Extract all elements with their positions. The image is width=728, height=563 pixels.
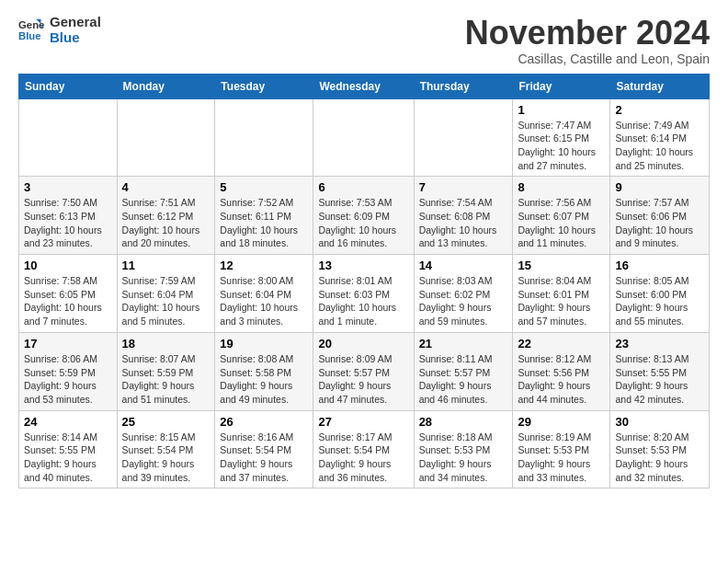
- day-number: 6: [318, 180, 408, 194]
- header-day-tuesday: Tuesday: [215, 74, 313, 98]
- logo-line1: General: [50, 15, 101, 30]
- calendar-cell: 10Sunrise: 7:58 AM Sunset: 6:05 PM Dayli…: [19, 255, 118, 333]
- calendar-cell: 4Sunrise: 7:51 AM Sunset: 6:12 PM Daylig…: [117, 177, 215, 255]
- calendar-cell: 18Sunrise: 8:07 AM Sunset: 5:59 PM Dayli…: [117, 332, 215, 410]
- calendar-cell: 6Sunrise: 7:53 AM Sunset: 6:09 PM Daylig…: [313, 177, 414, 255]
- calendar-cell: 27Sunrise: 8:17 AM Sunset: 5:54 PM Dayli…: [313, 410, 414, 488]
- page-container: General Blue General Blue November 2024 …: [0, 0, 728, 507]
- day-info: Sunrise: 8:11 AM Sunset: 5:57 PM Dayligh…: [419, 352, 508, 407]
- day-number: 10: [24, 259, 112, 272]
- day-info: Sunrise: 7:56 AM Sunset: 6:07 PM Dayligh…: [518, 196, 605, 250]
- month-title: November 2024: [465, 15, 710, 52]
- day-info: Sunrise: 8:17 AM Sunset: 5:54 PM Dayligh…: [318, 431, 408, 485]
- calendar-cell: 14Sunrise: 8:03 AM Sunset: 6:02 PM Dayli…: [414, 255, 513, 333]
- day-number: 25: [122, 415, 210, 429]
- calendar-cell: 30Sunrise: 8:20 AM Sunset: 5:53 PM Dayli…: [610, 410, 710, 488]
- calendar-cell: 9Sunrise: 7:57 AM Sunset: 6:06 PM Daylig…: [610, 177, 710, 255]
- day-info: Sunrise: 8:19 AM Sunset: 5:53 PM Dayligh…: [518, 431, 605, 485]
- day-info: Sunrise: 8:01 AM Sunset: 6:03 PM Dayligh…: [318, 274, 408, 328]
- calendar-cell: 11Sunrise: 7:59 AM Sunset: 6:04 PM Dayli…: [117, 255, 215, 333]
- calendar-cell: 29Sunrise: 8:19 AM Sunset: 5:53 PM Dayli…: [513, 410, 610, 488]
- day-number: 14: [419, 259, 508, 272]
- day-info: Sunrise: 7:50 AM Sunset: 6:13 PM Dayligh…: [24, 196, 112, 250]
- calendar-cell: 12Sunrise: 8:00 AM Sunset: 6:04 PM Dayli…: [215, 255, 313, 333]
- calendar-cell: 17Sunrise: 8:06 AM Sunset: 5:59 PM Dayli…: [19, 332, 118, 410]
- calendar-cell: 23Sunrise: 8:13 AM Sunset: 5:55 PM Dayli…: [610, 332, 710, 410]
- day-info: Sunrise: 7:52 AM Sunset: 6:11 PM Dayligh…: [220, 196, 308, 250]
- calendar-cell: [215, 98, 313, 177]
- day-info: Sunrise: 8:08 AM Sunset: 5:58 PM Dayligh…: [220, 352, 308, 407]
- day-number: 7: [419, 180, 508, 194]
- logo-icon: General Blue: [18, 17, 44, 43]
- title-block: November 2024 Casillas, Castille and Leo…: [465, 15, 710, 66]
- calendar-cell: [19, 98, 118, 177]
- calendar-body: 1Sunrise: 7:47 AM Sunset: 6:15 PM Daylig…: [19, 98, 710, 488]
- logo-line2: Blue: [50, 30, 101, 46]
- day-info: Sunrise: 7:47 AM Sunset: 6:15 PM Dayligh…: [518, 119, 605, 173]
- day-info: Sunrise: 8:03 AM Sunset: 6:02 PM Dayligh…: [419, 274, 508, 328]
- day-info: Sunrise: 8:06 AM Sunset: 5:59 PM Dayligh…: [24, 352, 112, 407]
- day-number: 4: [122, 180, 210, 194]
- header-day-friday: Friday: [513, 74, 610, 98]
- day-info: Sunrise: 8:12 AM Sunset: 5:56 PM Dayligh…: [518, 352, 605, 407]
- day-number: 12: [220, 259, 308, 272]
- calendar-cell: 28Sunrise: 8:18 AM Sunset: 5:53 PM Dayli…: [414, 410, 513, 488]
- day-number: 17: [24, 337, 112, 350]
- location-subtitle: Casillas, Castille and Leon, Spain: [465, 52, 710, 66]
- day-info: Sunrise: 8:00 AM Sunset: 6:04 PM Dayligh…: [220, 274, 308, 328]
- day-info: Sunrise: 7:59 AM Sunset: 6:04 PM Dayligh…: [122, 274, 210, 328]
- day-info: Sunrise: 8:14 AM Sunset: 5:55 PM Dayligh…: [24, 431, 112, 485]
- calendar-cell: 19Sunrise: 8:08 AM Sunset: 5:58 PM Dayli…: [215, 332, 313, 410]
- day-number: 19: [220, 337, 308, 350]
- day-info: Sunrise: 7:57 AM Sunset: 6:06 PM Dayligh…: [615, 196, 704, 250]
- day-number: 15: [518, 259, 605, 272]
- calendar-cell: 3Sunrise: 7:50 AM Sunset: 6:13 PM Daylig…: [19, 177, 118, 255]
- day-info: Sunrise: 8:20 AM Sunset: 5:53 PM Dayligh…: [615, 431, 704, 485]
- week-row-4: 24Sunrise: 8:14 AM Sunset: 5:55 PM Dayli…: [19, 410, 710, 488]
- calendar-cell: [313, 98, 414, 177]
- svg-text:Blue: Blue: [18, 29, 41, 40]
- day-info: Sunrise: 7:58 AM Sunset: 6:05 PM Dayligh…: [24, 274, 112, 328]
- header-day-sunday: Sunday: [19, 74, 118, 98]
- day-number: 11: [122, 259, 210, 272]
- calendar-cell: 8Sunrise: 7:56 AM Sunset: 6:07 PM Daylig…: [513, 177, 610, 255]
- calendar-cell: 24Sunrise: 8:14 AM Sunset: 5:55 PM Dayli…: [19, 410, 118, 488]
- week-row-3: 17Sunrise: 8:06 AM Sunset: 5:59 PM Dayli…: [19, 332, 710, 410]
- week-row-1: 3Sunrise: 7:50 AM Sunset: 6:13 PM Daylig…: [19, 177, 710, 255]
- day-number: 2: [615, 103, 704, 117]
- day-number: 24: [24, 415, 112, 429]
- week-row-0: 1Sunrise: 7:47 AM Sunset: 6:15 PM Daylig…: [19, 98, 710, 177]
- header-day-wednesday: Wednesday: [313, 74, 414, 98]
- day-number: 9: [615, 180, 704, 194]
- day-number: 27: [318, 415, 408, 429]
- day-info: Sunrise: 8:15 AM Sunset: 5:54 PM Dayligh…: [122, 431, 210, 485]
- day-number: 30: [615, 415, 704, 429]
- calendar-cell: 15Sunrise: 8:04 AM Sunset: 6:01 PM Dayli…: [513, 255, 610, 333]
- calendar-cell: 2Sunrise: 7:49 AM Sunset: 6:14 PM Daylig…: [610, 98, 710, 177]
- day-info: Sunrise: 8:09 AM Sunset: 5:57 PM Dayligh…: [318, 352, 408, 407]
- day-number: 28: [419, 415, 508, 429]
- day-info: Sunrise: 8:18 AM Sunset: 5:53 PM Dayligh…: [419, 431, 508, 485]
- calendar-header: SundayMondayTuesdayWednesdayThursdayFrid…: [19, 74, 710, 98]
- logo: General Blue General Blue: [18, 15, 101, 45]
- day-info: Sunrise: 8:04 AM Sunset: 6:01 PM Dayligh…: [518, 274, 605, 328]
- day-number: 20: [318, 337, 408, 350]
- calendar-cell: 16Sunrise: 8:05 AM Sunset: 6:00 PM Dayli…: [610, 255, 710, 333]
- calendar-cell: 13Sunrise: 8:01 AM Sunset: 6:03 PM Dayli…: [313, 255, 414, 333]
- day-number: 21: [419, 337, 508, 350]
- day-number: 13: [318, 259, 408, 272]
- calendar-cell: 7Sunrise: 7:54 AM Sunset: 6:08 PM Daylig…: [414, 177, 513, 255]
- calendar-cell: 1Sunrise: 7:47 AM Sunset: 6:15 PM Daylig…: [513, 98, 610, 177]
- day-number: 22: [518, 337, 605, 350]
- header-day-saturday: Saturday: [610, 74, 710, 98]
- calendar-cell: 22Sunrise: 8:12 AM Sunset: 5:56 PM Dayli…: [513, 332, 610, 410]
- calendar-cell: 21Sunrise: 8:11 AM Sunset: 5:57 PM Dayli…: [414, 332, 513, 410]
- header: General Blue General Blue November 2024 …: [18, 15, 710, 66]
- calendar-cell: [414, 98, 513, 177]
- header-day-monday: Monday: [117, 74, 215, 98]
- calendar-cell: [117, 98, 215, 177]
- header-day-thursday: Thursday: [414, 74, 513, 98]
- header-row: SundayMondayTuesdayWednesdayThursdayFrid…: [19, 74, 710, 98]
- day-info: Sunrise: 7:54 AM Sunset: 6:08 PM Dayligh…: [419, 196, 508, 250]
- day-number: 18: [122, 337, 210, 350]
